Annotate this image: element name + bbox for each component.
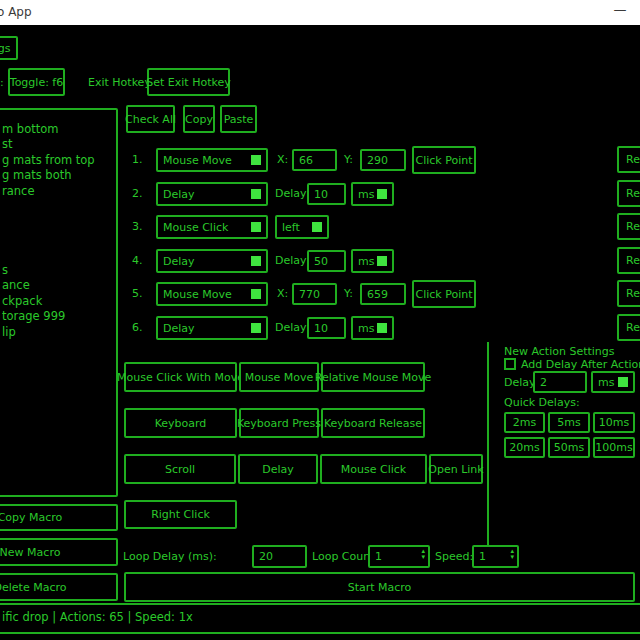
row-number: 1. [132, 153, 143, 166]
action-row: 4. Delay Delay 50 ms Remove [0, 248, 640, 275]
add-action-button-mouse-click[interactable]: Mouse Click [320, 454, 427, 484]
start-macro-button[interactable]: Start Macro [124, 572, 635, 602]
loop-delay-input[interactable]: 20 [252, 545, 307, 568]
dropdown-indicator-icon [377, 256, 387, 266]
delay-input[interactable]: 10 [307, 183, 346, 205]
new-action-settings-title: New Action Settings [504, 345, 615, 358]
add-delay-checkbox-label: Add Delay After Action [521, 358, 640, 371]
dropdown-indicator-icon [377, 189, 387, 199]
action-type-select[interactable]: Delay [156, 316, 268, 340]
action-type-value: Mouse Click [163, 221, 228, 234]
remove-button[interactable]: Remove [617, 314, 640, 341]
add-action-button-keyboard-release[interactable]: Keyboard Release [321, 408, 425, 438]
add-action-button-relative-mouse-move[interactable]: Relative Mouse Move [321, 362, 425, 392]
minimize-button[interactable]: — [608, 2, 632, 17]
quick-delay-button-5ms[interactable]: 5ms [548, 412, 590, 433]
copy-macro-button[interactable]: Copy Macro [0, 504, 118, 531]
status-text: ific drop | Actions: 65 | Speed: 1x [2, 610, 193, 624]
add-action-button-mouse-click-with-move[interactable]: Mouse Click With Move [124, 362, 237, 392]
quick-delay-button-2ms[interactable]: 2ms [504, 412, 545, 433]
mouse-button-value: left [282, 221, 300, 234]
delete-macro-button[interactable]: Delete Macro [0, 573, 118, 601]
delay-input[interactable]: 50 [307, 250, 346, 272]
add-action-button-open-link[interactable]: Open Link [429, 454, 483, 484]
quick-delay-button-100ms[interactable]: 100ms [593, 437, 635, 458]
action-type-value: Mouse Move [163, 288, 232, 301]
set-exit-hotkey-button[interactable]: Set Exit Hotkey [147, 68, 230, 96]
row-number: 3. [132, 220, 143, 233]
spinner-arrows-icon[interactable]: ▴▾ [510, 548, 514, 560]
quick-delay-button-50ms[interactable]: 50ms [548, 437, 590, 458]
click-point-button[interactable]: Click Point [412, 146, 476, 174]
status-bar-bottom-border [0, 632, 640, 634]
action-type-value: Delay [163, 188, 195, 201]
quick-delay-button-10ms[interactable]: 10ms [593, 412, 635, 433]
loop-count-value: 1 [375, 550, 382, 563]
unit-value: ms [358, 255, 374, 268]
window-title: Macro App [0, 5, 32, 19]
paste-button[interactable]: Paste [220, 105, 257, 133]
dropdown-indicator-icon [312, 222, 322, 232]
quick-delays-label: Quick Delays: [504, 396, 580, 409]
add-delay-checkbox[interactable] [504, 358, 516, 370]
action-row: 1. Mouse Move X: 66 Y: 290 Click Point R… [0, 147, 640, 174]
exit-hotkey-label: Exit Hotkey: [88, 76, 154, 89]
dropdown-indicator-icon [377, 323, 387, 333]
y-input[interactable]: 290 [360, 149, 406, 171]
remove-button[interactable]: Remove [617, 280, 640, 307]
action-type-select[interactable]: Mouse Click [156, 215, 268, 239]
y-input[interactable]: 659 [360, 283, 406, 305]
speed-label: Speed: [435, 550, 473, 563]
x-input[interactable]: 770 [292, 283, 337, 305]
action-type-value: Delay [163, 255, 195, 268]
dropdown-indicator-icon [618, 377, 628, 387]
check-all-button[interactable]: Check All [126, 105, 175, 133]
settings-button[interactable]: Settings [0, 36, 18, 60]
unit-value: ms [358, 322, 374, 335]
add-action-button-mouse-move[interactable]: Mouse Move [239, 362, 319, 392]
action-type-select[interactable]: Mouse Move [156, 282, 268, 306]
dropdown-indicator-icon [251, 256, 261, 266]
dropdown-indicator-icon [251, 155, 261, 165]
delay-label: Delay [275, 254, 307, 267]
dropdown-indicator-icon [251, 323, 261, 333]
dropdown-indicator-icon [251, 222, 261, 232]
x-input[interactable]: 66 [292, 149, 337, 171]
remove-button[interactable]: Remove [617, 213, 640, 240]
new-macro-button[interactable]: New Macro [0, 538, 118, 566]
delay-label: Delay [275, 187, 307, 200]
action-row: 2. Delay Delay 10 ms Remove [0, 181, 640, 208]
remove-button[interactable]: Remove [617, 146, 640, 173]
new-delay-input[interactable]: 2 [533, 371, 587, 393]
remove-button[interactable]: Remove [617, 180, 640, 207]
spinner-arrows-icon[interactable]: ▴▾ [421, 548, 425, 560]
action-type-select[interactable]: Mouse Move [156, 148, 268, 172]
action-type-select[interactable]: Delay [156, 249, 268, 273]
row-number: 5. [132, 287, 143, 300]
add-action-button-keyboard-press[interactable]: Keyboard Press [239, 408, 319, 438]
loop-count-spinner[interactable]: 1 ▴▾ [368, 545, 430, 568]
x-label: X: [277, 153, 288, 166]
add-action-button-scroll[interactable]: Scroll [124, 454, 236, 484]
speed-spinner[interactable]: 1 ▴▾ [472, 545, 519, 568]
copy-button[interactable]: Copy [183, 105, 215, 133]
unit-select[interactable]: ms [351, 316, 394, 340]
status-bar-top-border [0, 603, 640, 605]
delay-input[interactable]: 10 [307, 317, 346, 339]
unit-select[interactable]: ms [351, 182, 394, 206]
quick-delay-button-20ms[interactable]: 20ms [504, 437, 545, 458]
toggle-hotkey-button[interactable]: Toggle: f6 [8, 68, 65, 96]
remove-button[interactable]: Remove [617, 247, 640, 274]
mouse-button-select[interactable]: left [275, 215, 329, 239]
add-action-button-right-click[interactable]: Right Click [124, 500, 237, 529]
action-type-select[interactable]: Delay [156, 182, 268, 206]
macro-list-item[interactable]: m bottom [2, 122, 95, 137]
action-type-value: Delay [163, 322, 195, 335]
add-action-button-keyboard[interactable]: Keyboard [124, 408, 237, 438]
action-row: 5. Mouse Move X: 770 Y: 659 Click Point … [0, 281, 640, 308]
unit-select[interactable]: ms [351, 249, 394, 273]
y-label: Y: [344, 287, 353, 300]
new-delay-unit-select[interactable]: ms [591, 371, 635, 393]
click-point-button[interactable]: Click Point [412, 280, 476, 308]
add-action-button-delay[interactable]: Delay [238, 454, 318, 484]
